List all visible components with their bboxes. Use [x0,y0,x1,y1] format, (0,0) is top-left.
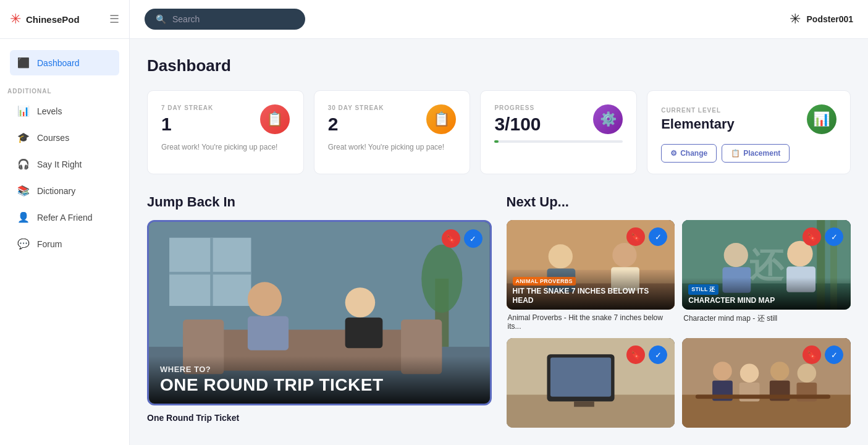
streak30-icon: 📋 [426,104,456,134]
next-card-1-title-below: Character mind map - 还 still [682,313,851,324]
stats-row: 7 DAY STREAK 1 📋 Great work! You're pick… [147,90,851,174]
next-card-1-thumb[interactable]: 还 STILL 还 CHARACTER MIND MAP 🔖 ✓ [682,220,851,310]
svg-point-12 [345,287,376,318]
say-it-right-icon: 🎧 [17,158,30,170]
search-input[interactable] [172,14,294,24]
svg-point-10 [248,282,282,316]
dictionary-icon: 📚 [17,185,30,197]
progress-bar-bg [494,140,623,143]
level-value: Elementary [661,116,735,132]
next-card-0-title-overlay: HIT THE SNAKE 7 INCHES BELOW ITS HEAD [513,287,669,305]
jump-back-title: Jump Back In [147,194,492,210]
svg-rect-33 [550,358,610,397]
search-bar[interactable]: 🔍 [145,9,305,30]
stat-card-level: CURRENT LEVEL Elementary 📊 ⚙ Change 📋 Pl… [647,90,851,174]
placement-icon: 📋 [731,149,740,158]
hamburger-menu[interactable]: ☰ [109,12,119,26]
sidebar-item-courses-label: Courses [37,133,69,143]
sidebar-item-courses[interactable]: 🎓 Courses [10,125,119,150]
svg-point-41 [770,362,790,381]
featured-card-actions: 🔖 ✓ [442,229,482,248]
next-card-1-check[interactable]: ✓ [825,227,843,246]
sidebar-item-dictionary-label: Dictionary [37,186,75,196]
svg-rect-45 [696,395,830,399]
next-card-0: ANIMAL PROVERBS HIT THE SNAKE 7 INCHES B… [507,220,675,331]
svg-point-17 [548,244,572,268]
svg-rect-36 [682,395,851,428]
svg-point-39 [740,363,759,383]
next-card-1-bookmark[interactable]: 🔖 [803,227,821,246]
next-card-2: 🔖 ✓ [507,338,675,428]
stat-card-7day-streak: 7 DAY STREAK 1 📋 Great work! You're pick… [147,90,304,174]
progress-icon: ⚙️ [593,104,623,134]
streak7-icon: 📋 [260,104,290,134]
streak30-value: 2 [328,114,384,134]
logo-icon: ✳ [10,11,21,27]
sidebar-item-dashboard[interactable]: ⬛ Dashboard [10,50,119,75]
next-card-2-thumb[interactable]: 🔖 ✓ [507,338,675,428]
page-content: Dashboard 7 DAY STREAK 1 📋 Great work! Y… [130,39,868,445]
username-label: Podster001 [807,14,853,24]
streak7-value: 1 [161,114,213,134]
svg-point-37 [713,362,732,381]
refer-icon: 👤 [17,211,30,223]
next-card-1-actions: 🔖 ✓ [803,227,843,246]
page-title: Dashboard [147,56,851,75]
next-card-0-check[interactable]: ✓ [649,227,667,246]
sidebar-item-dictionary[interactable]: 📚 Dictionary [10,178,119,203]
app-name: ChinesePod [26,14,80,25]
next-up-title: Next Up... [507,194,851,210]
next-card-3: 🔖 ✓ [682,338,851,428]
svg-rect-4 [169,272,251,274]
featured-check-button[interactable]: ✓ [464,229,482,248]
sidebar-item-refer-a-friend[interactable]: 👤 Refer A Friend [10,205,119,230]
courses-icon: 🎓 [17,132,30,143]
sidebar-item-levels[interactable]: 📊 Levels [10,98,119,124]
change-level-button[interactable]: ⚙ Change [661,144,717,163]
featured-bookmark-button[interactable]: 🔖 [442,229,460,248]
next-card-0-badge: ANIMAL PROVERBS [513,277,576,286]
search-icon: 🔍 [156,14,166,24]
sections-row: Jump Back In [147,194,851,428]
next-card-3-actions: 🔖 ✓ [803,345,843,364]
main-content: 🔍 ✳ Podster001 Dashboard 7 DAY STREAK 1 … [130,0,868,445]
levels-icon: 📊 [17,105,30,117]
next-card-2-bookmark[interactable]: 🔖 [626,345,645,364]
progress-value: 3/100 [494,114,541,134]
sidebar-item-levels-label: Levels [37,106,62,116]
svg-point-6 [421,245,462,313]
progress-bar-fill [494,140,498,143]
sidebar-item-dashboard-label: Dashboard [37,58,80,68]
featured-main-title: ONE ROUND TRIP TICKET [160,376,479,395]
streak30-label: 30 DAY STREAK [328,104,384,111]
next-card-3-check[interactable]: ✓ [825,345,843,364]
svg-rect-34 [574,402,594,407]
forum-icon: 💬 [17,238,30,250]
next-card-0-overlay: ANIMAL PROVERBS HIT THE SNAKE 7 INCHES B… [507,269,675,310]
user-area: ✳ Podster001 [790,11,853,27]
jump-back-section: Jump Back In [147,194,492,428]
svg-point-43 [798,363,817,383]
next-card-0-title-below: Animal Proverbs - Hit the snake 7 inches… [507,313,675,331]
next-card-0-bookmark[interactable]: 🔖 [626,227,645,246]
next-card-1-title-overlay: CHARACTER MIND MAP [688,296,845,305]
next-card-2-actions: 🔖 ✓ [626,345,667,364]
next-card-1-badge: STILL 还 [688,284,718,295]
next-card-0-thumb[interactable]: ANIMAL PROVERBS HIT THE SNAKE 7 INCHES B… [507,220,675,310]
dashboard-icon: ⬛ [17,57,30,69]
next-card-3-thumb[interactable]: 🔖 ✓ [682,338,851,428]
next-up-grid: ANIMAL PROVERBS HIT THE SNAKE 7 INCHES B… [507,220,851,428]
next-card-2-check[interactable]: ✓ [649,345,667,364]
stat-card-30day-streak: 30 DAY STREAK 2 📋 Great work! You're pic… [314,90,471,174]
placement-button[interactable]: 📋 Placement [722,144,790,163]
streak7-label: 7 DAY STREAK [161,104,213,111]
level-label: CURRENT LEVEL [661,107,735,114]
sidebar-item-refer-label: Refer A Friend [37,213,93,222]
featured-card-overlay: WHERE TO? ONE ROUND TRIP TICKET [149,356,490,404]
sidebar-item-say-it-right[interactable]: 🎧 Say It Right [10,151,119,177]
sidebar-item-forum[interactable]: 💬 Forum [10,231,119,256]
featured-card[interactable]: WHERE TO? ONE ROUND TRIP TICKET 🔖 ✓ [147,220,492,405]
next-card-3-bookmark[interactable]: 🔖 [803,345,821,364]
svg-rect-13 [345,318,383,349]
next-up-section: Next Up... [507,194,851,428]
